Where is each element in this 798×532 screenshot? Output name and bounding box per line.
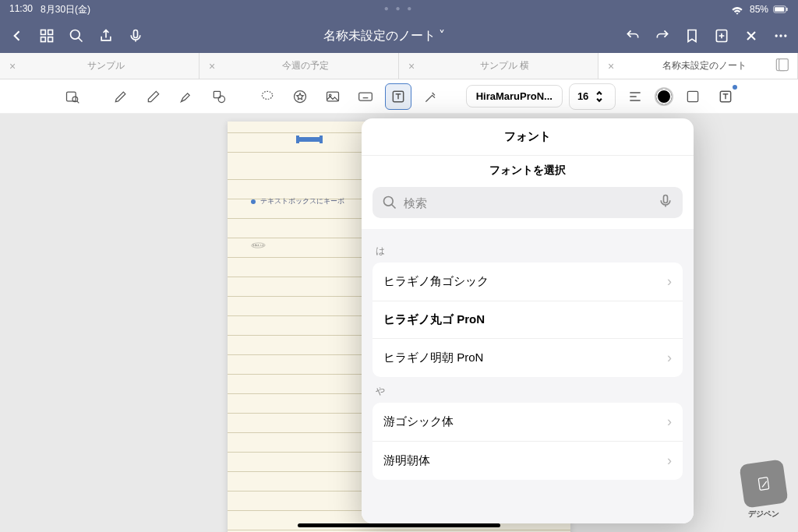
svg-point-12 [784,34,786,37]
lasso-tool[interactable] [254,83,281,110]
mic-icon[interactable] [128,28,143,44]
svg-rect-8 [134,30,138,38]
tab-schedule[interactable]: ×今週の予定 [200,53,399,79]
svg-rect-25 [688,91,698,101]
font-row-yu-gothic[interactable]: 游ゴシック体› [373,403,683,442]
svg-point-29 [384,197,394,206]
watermark-icon [739,459,788,508]
search-box[interactable] [373,187,683,218]
grid-icon[interactable] [39,28,55,44]
chevron-right-icon: › [667,273,672,290]
search-icon [382,195,397,210]
svg-point-10 [775,34,778,37]
wifi-icon [729,2,745,17]
tab-sample[interactable]: ×サンプル [0,53,200,79]
svg-rect-30 [664,196,668,203]
search-icon[interactable] [69,28,84,44]
tab-close-icon[interactable]: × [209,60,215,72]
zoom-tool[interactable] [59,83,86,110]
font-name-button[interactable]: HiraMaruProN... [466,85,563,107]
more-icon[interactable] [773,28,789,44]
pen-tool[interactable] [108,83,134,110]
chevron-right-icon: › [667,350,672,366]
svg-rect-1 [775,7,784,12]
svg-rect-5 [41,37,46,42]
font-popover: フォント フォントを選択 は ヒラギノ角ゴシック› ヒラギノ丸ゴ ProN ヒラ… [362,118,694,523]
add-page-icon[interactable] [714,28,729,44]
tab-sample-h[interactable]: ×サンプル 横 [399,53,598,79]
tab-close-icon[interactable]: × [9,60,16,72]
svg-rect-31 [758,477,769,490]
tab-untitled[interactable]: ×名称未設定のノート [598,53,798,79]
status-date: 8月30日(金) [41,3,90,16]
shape-tool[interactable] [206,83,232,110]
back-icon[interactable] [9,28,25,44]
mic-icon[interactable] [658,193,673,212]
textbox-resize-handle[interactable] [298,137,321,142]
font-row-hiragino-maru[interactable]: ヒラギノ丸ゴ ProN [373,301,683,339]
svg-point-19 [262,91,272,99]
svg-point-11 [779,34,782,37]
keyboard-tool[interactable] [352,83,379,110]
svg-point-7 [71,30,80,40]
tab-close-icon[interactable]: × [608,60,614,72]
svg-rect-4 [48,30,53,35]
search-input[interactable] [404,196,651,210]
svg-rect-6 [48,37,53,42]
watermark: デジペン [742,462,786,520]
svg-rect-23 [358,93,372,100]
svg-text:手書き入力: 手書き入力 [252,244,264,248]
bookmark-icon[interactable] [684,28,700,44]
font-list[interactable]: は ヒラギノ角ゴシック› ヒラギノ丸ゴ ProN ヒラギノ明朝 ProN› や … [362,229,694,523]
popover-subtitle: フォントを選択 [362,155,694,187]
font-row-hiragino-kaku[interactable]: ヒラギノ角ゴシック› [373,262,683,301]
home-indicator[interactable] [298,523,500,527]
color-picker[interactable] [655,87,673,106]
selection-handle-icon[interactable] [251,199,256,204]
svg-rect-2 [786,8,787,11]
battery-percent: 85% [750,4,768,15]
undo-icon[interactable] [625,28,641,44]
watermark-label: デジペン [742,509,786,520]
chevron-right-icon: › [667,453,672,469]
close-icon[interactable] [743,28,759,44]
font-row-yu-mincho[interactable]: 游明朝体› [373,442,683,480]
document-title[interactable]: 名称未設定のノート ˅ [143,28,625,44]
battery-icon [773,2,789,17]
popover-title: フォント [362,118,694,155]
font-row-hiragino-mincho[interactable]: ヒラギノ明朝 ProN› [373,339,683,377]
chevron-right-icon: › [667,414,672,430]
svg-rect-14 [779,59,789,71]
image-tool[interactable] [320,83,346,110]
section-header-ya: や [373,377,683,403]
highlighter-tool[interactable] [173,83,200,110]
nav-bar: 名称未設定のノート ˅ [0,19,798,53]
text-box-tool[interactable] [712,83,739,110]
text-tool[interactable] [385,83,411,110]
page-icon[interactable] [774,57,789,75]
align-tool[interactable] [622,83,648,110]
redo-icon[interactable] [655,28,670,44]
svg-point-18 [218,96,224,102]
eraser-tool[interactable] [140,83,167,110]
svg-rect-3 [41,30,46,35]
toolbar: HiraMaruProN... 16 [0,79,798,114]
box-style-tool[interactable] [680,83,706,110]
sticker-tool[interactable] [287,83,313,110]
section-header-ha: は [373,237,683,262]
tab-close-icon[interactable]: × [408,60,415,72]
drag-indicator: ● ● ● [384,4,415,12]
share-icon[interactable] [98,28,114,44]
status-time: 11:30 [9,3,33,16]
handwriting-stroke: 手書き入力 [251,238,267,254]
laser-tool[interactable] [418,83,444,110]
font-size-button[interactable]: 16 [569,83,616,110]
tabs-bar: ×サンプル ×今週の予定 ×サンプル 横 ×名称未設定のノート [0,53,798,79]
